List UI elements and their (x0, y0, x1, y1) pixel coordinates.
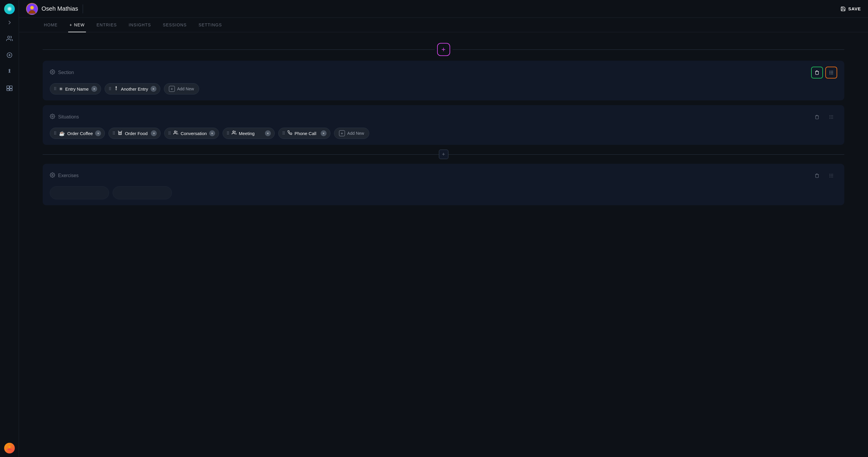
section-3-delete-button[interactable] (811, 170, 823, 182)
svg-point-30 (831, 117, 832, 117)
drag-handle-s3[interactable]: ⠿ (168, 131, 171, 136)
sidebar-item-figure[interactable] (4, 66, 15, 77)
svg-point-46 (830, 177, 830, 177)
section-1-grid-button[interactable] (825, 67, 837, 78)
svg-point-34 (832, 118, 833, 119)
tab-new-label: NEW (74, 23, 85, 27)
mid-add-button[interactable]: + (439, 150, 448, 159)
section-2-add-new-button[interactable]: + Add New (334, 128, 369, 139)
mid-line-left (43, 154, 439, 155)
tab-new-plus: + (69, 23, 72, 27)
section-2-header: Situations (50, 111, 837, 123)
trash-icon-2 (815, 115, 819, 119)
section-1-title: Section (50, 69, 74, 76)
tab-new[interactable]: + NEW (68, 18, 86, 32)
phone-icon (287, 130, 292, 136)
another-entry-text: Another Entry (121, 87, 148, 92)
tab-sessions[interactable]: SESSIONS (161, 18, 188, 32)
section-1-delete-button[interactable] (811, 67, 823, 78)
sidebar-item-cards[interactable] (4, 83, 15, 94)
svg-rect-10 (9, 89, 12, 91)
another-entry-close-button[interactable]: × (151, 86, 156, 92)
phone-call-close-button[interactable]: × (321, 130, 327, 136)
drag-handle-s1[interactable]: ⠿ (54, 131, 57, 136)
trash-icon (815, 70, 819, 75)
app-logo (4, 4, 15, 14)
phone-call-text: Phone Call (294, 131, 318, 136)
user-avatar-small[interactable] (4, 443, 15, 453)
grid-icon (829, 70, 834, 75)
section-3-gear-icon (50, 172, 55, 179)
another-entry-icon (114, 86, 119, 92)
meeting-text: Meeting (239, 131, 262, 136)
drag-handle-2[interactable]: ⠿ (108, 87, 112, 91)
svg-point-39 (52, 174, 53, 176)
section-3-title: Exercises (50, 172, 79, 179)
section-3-header: Exercises (50, 170, 837, 182)
section-card-3: Exercises (43, 164, 844, 205)
section-1-gear-icon (50, 69, 55, 76)
add-section-plus-icon: + (441, 45, 445, 54)
section-3-actions (811, 170, 837, 182)
order-coffee-close-button[interactable]: × (95, 130, 101, 136)
conversation-close-button[interactable]: × (209, 130, 215, 136)
drag-handle-s4[interactable]: ⠿ (226, 131, 229, 136)
order-food-close-button[interactable]: × (151, 130, 157, 136)
svg-point-29 (830, 117, 830, 117)
svg-point-17 (832, 71, 833, 71)
grid-icon-3 (829, 173, 834, 178)
tab-entries[interactable]: ENTRIES (95, 18, 118, 32)
svg-point-25 (52, 116, 53, 117)
topbar-divider (83, 4, 83, 13)
svg-point-16 (831, 71, 832, 71)
section-2-add-new-label: Add New (347, 131, 364, 136)
main-content: Oseh Mathias SAVE HOME + NEW ENTRIES INS… (19, 0, 868, 457)
section-2-gear-icon (50, 114, 55, 120)
divider-right (453, 50, 845, 50)
svg-point-19 (831, 72, 832, 73)
tab-home[interactable]: HOME (43, 18, 59, 32)
topbar-avatar (26, 3, 38, 15)
entry-pill-another-entry: ⠿ Another Entry × (104, 83, 160, 95)
svg-point-24 (116, 87, 117, 87)
add-new-2-plus-icon: + (339, 130, 345, 136)
entry-name-close-button[interactable]: × (91, 86, 97, 92)
svg-point-45 (832, 175, 833, 176)
section-card-1: Section (43, 61, 844, 100)
entry-pill-conversation: ⠿ Conversation × (164, 128, 219, 139)
sidebar-item-add[interactable] (4, 50, 15, 60)
sidebar-toggle[interactable] (6, 19, 13, 26)
section-2-grid-button[interactable] (825, 111, 837, 123)
drag-handle-s2[interactable]: ⠿ (112, 131, 115, 136)
svg-point-41 (831, 174, 832, 174)
svg-point-14 (52, 71, 53, 73)
drag-handle-1[interactable]: ⠿ (54, 87, 57, 91)
tab-settings[interactable]: SETTINGS (197, 18, 223, 32)
page-content: + Section (19, 32, 868, 457)
svg-point-31 (832, 117, 833, 117)
sidebar-item-people[interactable] (4, 33, 15, 44)
add-section-button-top[interactable]: + (437, 43, 450, 56)
sidebar-bottom (4, 443, 15, 453)
drag-handle-s5[interactable]: ⠿ (282, 131, 285, 136)
svg-point-42 (832, 174, 833, 174)
section-2-delete-button[interactable] (811, 111, 823, 123)
entry-pill-phone-call: ⠿ Phone Call × (278, 128, 331, 139)
svg-point-43 (830, 175, 830, 176)
svg-point-47 (831, 177, 832, 177)
section-1-add-new-button[interactable]: + Add New (164, 83, 199, 95)
save-label: SAVE (848, 6, 861, 11)
mid-add-row: + (43, 150, 844, 159)
section-3-title-text: Exercises (58, 173, 79, 178)
conversation-icon (173, 130, 178, 136)
tab-insights[interactable]: INSIGHTS (127, 18, 152, 32)
section-3-grid-button[interactable] (825, 170, 837, 182)
svg-point-48 (832, 177, 833, 177)
trash-icon-3 (815, 173, 819, 178)
section-1-header: Section (50, 67, 837, 78)
meeting-close-button[interactable]: × (265, 130, 271, 136)
svg-point-22 (831, 74, 832, 74)
food-icon (118, 130, 122, 136)
save-button[interactable]: SAVE (840, 6, 861, 11)
entry-name-text: Entry Name (65, 87, 89, 92)
